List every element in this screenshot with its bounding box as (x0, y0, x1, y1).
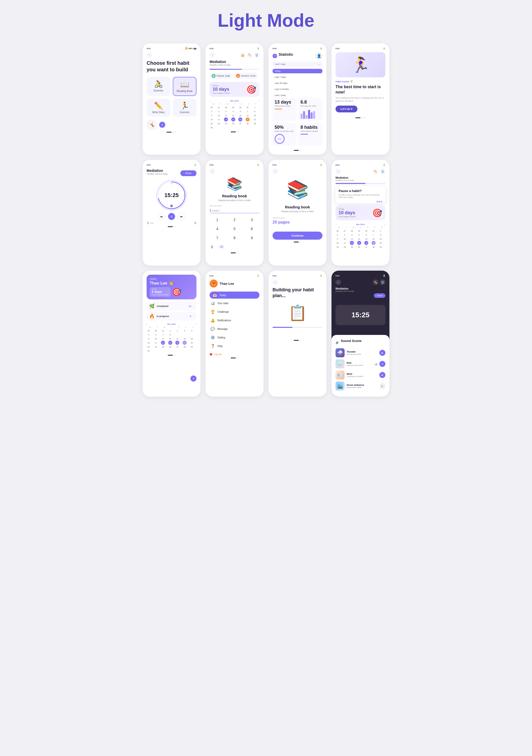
delete-btn-dark[interactable]: 🗑️ (380, 280, 386, 285)
stat-title: Statistic (279, 52, 293, 56)
key-1[interactable]: 1 (210, 216, 225, 223)
menu-stats[interactable]: 📊 Your stats (210, 299, 259, 307)
completed-arrow: › (193, 305, 194, 308)
back-button[interactable]: ‹ (146, 52, 152, 58)
stat-row1: 13 days Total perfect days 6.8 Average p… (273, 97, 322, 121)
delete-button[interactable]: 🗑️ (254, 52, 259, 58)
menu-today[interactable]: 📅 Today (210, 291, 259, 299)
habit-diary[interactable]: ✏️ Write Diary (146, 98, 170, 117)
stat-1year[interactable]: Last 1 year (273, 93, 322, 97)
add-habit-button[interactable]: + (159, 122, 165, 128)
edit-btn-dark[interactable]: ✏️ (373, 280, 378, 285)
back-button[interactable]: ‹ (335, 169, 341, 174)
cal-week6: 30 (210, 125, 259, 129)
streak-label: Streak (213, 84, 230, 87)
back-button[interactable]: ‹ (273, 169, 278, 174)
back-button[interactable]: ‹ (210, 169, 215, 174)
cal-prev2[interactable]: ‹ (335, 223, 336, 226)
key-3[interactable]: 3 (244, 216, 259, 223)
menu-message[interactable]: 💬 Message (210, 325, 259, 333)
pause-med-sub: Healthy mind & body (335, 179, 386, 181)
stat-30days[interactable]: Last 30 days (273, 81, 322, 85)
signal-icon: 📶 (185, 47, 188, 50)
goal-input[interactable]: 2 pages (210, 208, 259, 213)
dark-done-button[interactable]: Done (374, 293, 386, 298)
menu-help[interactable]: ❓ Help (210, 342, 259, 350)
backspace-button[interactable]: ⌫ (219, 245, 224, 249)
key-9[interactable]: 9 (244, 234, 259, 241)
key-8[interactable]: 8 (227, 234, 242, 241)
runner-emoji: 🏃‍♀️ (351, 56, 370, 74)
status-bar: 9:41 🔋 (210, 275, 259, 277)
forward-button[interactable]: ⏭ (178, 213, 185, 220)
delete-btn2[interactable]: 🗑️ (380, 169, 386, 174)
stat-3months[interactable]: Last 3 months (273, 87, 322, 92)
edit-btn2[interactable]: ✏️ (373, 169, 378, 174)
today-label: Today (219, 294, 226, 297)
fab-add[interactable]: + (190, 375, 197, 382)
reading-subtitle: Repeat everyday to form a habit (210, 199, 259, 202)
menu-setting[interactable]: ⚙️ Setting (210, 334, 259, 341)
stat-7days[interactable]: Last 7 days (273, 75, 322, 79)
logout-button[interactable]: 🔴 Log out (210, 353, 259, 356)
key-0[interactable]: 0 (211, 245, 213, 249)
pause-button[interactable]: ⏸ (168, 213, 175, 220)
dark-med-subtitle: Healthy mind & body (335, 290, 386, 292)
phone-best-time: 9:41 🔋 🏃‍♀️ Habit tracker 🏋️ The best ti… (332, 43, 389, 155)
remind-tag: ⏰ Remind 10:00 (234, 73, 258, 79)
inprogress-icon: 🔥 (149, 313, 155, 319)
rain-ctrl[interactable]: ⏸ (379, 361, 386, 367)
habit-exercies2[interactable]: 🏃 Exercies (173, 98, 197, 117)
stat-filter[interactable]: Last 7 days ⌄ (273, 62, 322, 67)
key-7[interactable]: 7 (210, 234, 225, 241)
progress-bar (210, 69, 259, 70)
continue-button[interactable]: Continue (273, 231, 322, 240)
notification-button[interactable]: 🔔 (240, 52, 245, 58)
sound-icon: 🔊 (335, 341, 339, 344)
help-icon: ❓ (211, 344, 215, 348)
edit-button[interactable]: ✏️ (247, 52, 253, 58)
wind-ctrl[interactable]: ▶ (379, 372, 386, 378)
lets-do-it-button[interactable]: Let's do it (335, 106, 358, 112)
battery-icon: 🔋 (320, 164, 322, 166)
habit-reading[interactable]: 📖 Reading Book (173, 77, 197, 96)
panel-header: 🔊 Sound Scene (335, 339, 386, 346)
stat-today[interactable]: Today (273, 69, 322, 73)
key-5[interactable]: 5 (227, 225, 242, 232)
user-avatar[interactable]: 👤 (315, 52, 322, 60)
habit-exercies[interactable]: 🚴 Exercies (146, 77, 170, 96)
rain-thumb: 🌧️ (335, 359, 345, 368)
street-name: Street ambiance (347, 384, 377, 386)
cal3-week5: 23242526272829 (146, 345, 197, 349)
key-2[interactable]: 2 (227, 216, 242, 223)
cal-next3[interactable]: › (196, 323, 197, 325)
cal-prev3[interactable]: ‹ (146, 323, 147, 325)
tags-row: 🔄 Repeat Daily ⏰ Remind 10:00 (210, 73, 259, 79)
back-button-dark[interactable]: ‹ (335, 280, 341, 285)
target-icon: 🎯 (246, 85, 256, 94)
cal-prev[interactable]: ‹ (210, 100, 210, 102)
key-6[interactable]: 6 (244, 225, 259, 232)
key-4[interactable]: 4 (210, 225, 225, 232)
thunder-info: Thunder Strong and wise (347, 351, 377, 355)
med-subtitle: Healthy mind & body (210, 64, 259, 66)
done-button[interactable]: Done (180, 170, 197, 176)
bar-chart (301, 109, 320, 119)
profile-name: Thao Lee (220, 282, 234, 285)
cal-next[interactable]: › (259, 100, 259, 102)
got-it-button[interactable]: Got It (377, 200, 383, 203)
nav-indicator (146, 130, 197, 133)
progress-fill (210, 69, 242, 70)
cal-next2[interactable]: › (385, 223, 386, 226)
best-subtitle: You're taking the first step in changing… (335, 96, 386, 102)
remind-dot: ⏰ (236, 74, 240, 78)
street-ctrl[interactable]: ▶ (379, 383, 386, 389)
menu-challenge[interactable]: 🏆 Challenge (210, 308, 259, 316)
menu-notifications[interactable]: 🔔 Notifications (210, 316, 259, 324)
back-button[interactable]: ‹ (210, 52, 215, 58)
thunder-ctrl[interactable]: ▶ (379, 350, 386, 356)
back-button[interactable]: ‹ (273, 280, 278, 285)
today-icon: 📅 (213, 293, 217, 297)
habit-grid: 🚴 Exercies 📖 Reading Book ✏️ Write Diary… (146, 77, 197, 117)
rewind-button[interactable]: ⏮ (158, 213, 165, 220)
